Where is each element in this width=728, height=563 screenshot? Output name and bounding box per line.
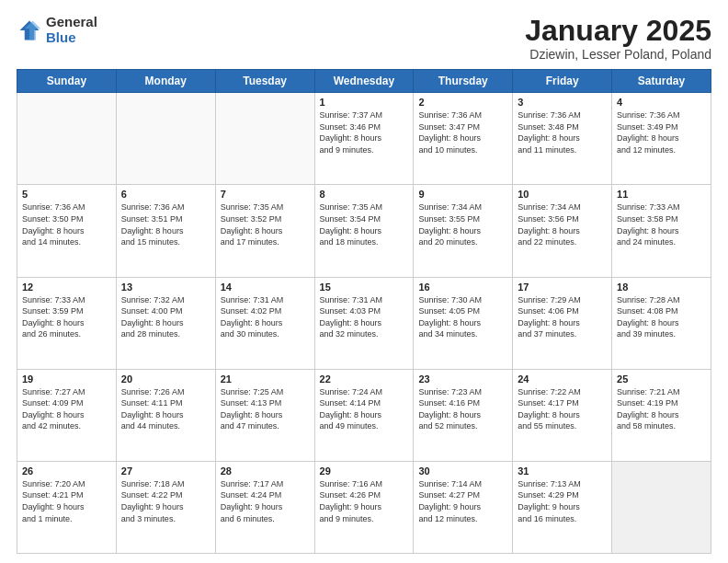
day-info: Sunrise: 7:36 AMSunset: 3:49 PMDaylight:…: [617, 109, 706, 155]
day-cell: 17Sunrise: 7:29 AMSunset: 4:06 PMDayligh…: [513, 277, 612, 369]
day-cell: 27Sunrise: 7:18 AMSunset: 4:22 PMDayligh…: [116, 461, 215, 553]
title-location: Dziewin, Lesser Poland, Poland: [525, 47, 711, 62]
day-number: 13: [121, 282, 210, 293]
week-row-3: 19Sunrise: 7:27 AMSunset: 4:09 PMDayligh…: [17, 369, 711, 461]
day-info: Sunrise: 7:33 AMSunset: 3:58 PMDaylight:…: [617, 201, 706, 247]
day-number: 14: [221, 282, 310, 293]
day-cell: [17, 93, 117, 185]
day-cell: 14Sunrise: 7:31 AMSunset: 4:02 PMDayligh…: [215, 277, 314, 369]
calendar-page: General Blue January 2025 Dziewin, Lesse…: [0, 0, 728, 563]
day-number: 23: [418, 373, 507, 385]
day-cell: [116, 93, 215, 185]
day-number: 3: [518, 97, 607, 108]
day-number: 4: [617, 97, 706, 108]
day-cell: 15Sunrise: 7:31 AMSunset: 4:03 PMDayligh…: [314, 277, 414, 369]
day-cell: 13Sunrise: 7:32 AMSunset: 4:00 PMDayligh…: [116, 277, 215, 369]
day-info: Sunrise: 7:33 AMSunset: 3:59 PMDaylight:…: [22, 294, 111, 340]
day-info: Sunrise: 7:13 AMSunset: 4:29 PMDaylight:…: [518, 478, 607, 524]
day-info: Sunrise: 7:17 AMSunset: 4:24 PMDaylight:…: [221, 478, 310, 524]
header: General Blue January 2025 Dziewin, Lesse…: [17, 15, 711, 62]
day-number: 17: [518, 282, 607, 293]
day-cell: 24Sunrise: 7:22 AMSunset: 4:17 PMDayligh…: [513, 369, 612, 461]
week-row-1: 5Sunrise: 7:36 AMSunset: 3:50 PMDaylight…: [17, 185, 711, 277]
weekday-header-friday: Friday: [513, 70, 612, 93]
day-cell: 19Sunrise: 7:27 AMSunset: 4:09 PMDayligh…: [17, 369, 117, 461]
day-cell: 9Sunrise: 7:34 AMSunset: 3:55 PMDaylight…: [414, 185, 513, 277]
day-number: 5: [22, 189, 111, 200]
day-info: Sunrise: 7:16 AMSunset: 4:26 PMDaylight:…: [320, 478, 409, 524]
day-cell: 28Sunrise: 7:17 AMSunset: 4:24 PMDayligh…: [215, 461, 314, 553]
day-cell: 31Sunrise: 7:13 AMSunset: 4:29 PMDayligh…: [513, 461, 612, 553]
title-block: January 2025 Dziewin, Lesser Poland, Pol…: [525, 15, 711, 62]
day-info: Sunrise: 7:21 AMSunset: 4:19 PMDaylight:…: [617, 386, 706, 432]
day-info: Sunrise: 7:36 AMSunset: 3:47 PMDaylight:…: [418, 109, 507, 155]
weekday-header-sunday: Sunday: [17, 70, 117, 93]
day-number: 11: [617, 189, 706, 200]
day-number: 15: [320, 282, 409, 293]
day-cell: 21Sunrise: 7:25 AMSunset: 4:13 PMDayligh…: [215, 369, 314, 461]
day-cell: 5Sunrise: 7:36 AMSunset: 3:50 PMDaylight…: [17, 185, 117, 277]
day-info: Sunrise: 7:24 AMSunset: 4:14 PMDaylight:…: [320, 386, 409, 432]
day-cell: 23Sunrise: 7:23 AMSunset: 4:16 PMDayligh…: [414, 369, 513, 461]
weekday-header-wednesday: Wednesday: [314, 70, 414, 93]
day-cell: 26Sunrise: 7:20 AMSunset: 4:21 PMDayligh…: [17, 461, 117, 553]
day-number: 31: [518, 465, 607, 477]
day-number: 7: [221, 189, 310, 200]
day-info: Sunrise: 7:36 AMSunset: 3:50 PMDaylight:…: [22, 201, 111, 247]
day-info: Sunrise: 7:34 AMSunset: 3:56 PMDaylight:…: [518, 201, 607, 247]
week-row-4: 26Sunrise: 7:20 AMSunset: 4:21 PMDayligh…: [17, 461, 711, 553]
logo-icon: [17, 17, 42, 43]
day-number: 12: [22, 282, 111, 293]
day-number: 2: [418, 97, 507, 108]
day-cell: 29Sunrise: 7:16 AMSunset: 4:26 PMDayligh…: [314, 461, 414, 553]
day-info: Sunrise: 7:25 AMSunset: 4:13 PMDaylight:…: [221, 386, 310, 432]
day-cell: 10Sunrise: 7:34 AMSunset: 3:56 PMDayligh…: [513, 185, 612, 277]
day-info: Sunrise: 7:32 AMSunset: 4:00 PMDaylight:…: [121, 294, 210, 340]
day-number: 21: [221, 373, 310, 385]
day-info: Sunrise: 7:31 AMSunset: 4:03 PMDaylight:…: [320, 294, 409, 340]
day-number: 1: [320, 97, 409, 108]
day-number: 10: [518, 189, 607, 200]
day-cell: 11Sunrise: 7:33 AMSunset: 3:58 PMDayligh…: [612, 185, 711, 277]
day-number: 6: [121, 189, 210, 200]
title-month: January 2025: [525, 15, 711, 47]
day-number: 19: [22, 373, 111, 385]
weekday-header-saturday: Saturday: [612, 70, 711, 93]
day-cell: 25Sunrise: 7:21 AMSunset: 4:19 PMDayligh…: [612, 369, 711, 461]
day-info: Sunrise: 7:36 AMSunset: 3:51 PMDaylight:…: [121, 201, 210, 247]
day-info: Sunrise: 7:20 AMSunset: 4:21 PMDaylight:…: [22, 478, 111, 524]
day-number: 27: [121, 465, 210, 477]
day-info: Sunrise: 7:28 AMSunset: 4:08 PMDaylight:…: [617, 294, 706, 340]
day-cell: 8Sunrise: 7:35 AMSunset: 3:54 PMDaylight…: [314, 185, 414, 277]
day-cell: 18Sunrise: 7:28 AMSunset: 4:08 PMDayligh…: [612, 277, 711, 369]
day-number: 18: [617, 282, 706, 293]
day-info: Sunrise: 7:35 AMSunset: 3:52 PMDaylight:…: [221, 201, 310, 247]
day-info: Sunrise: 7:27 AMSunset: 4:09 PMDaylight:…: [22, 386, 111, 432]
day-number: 30: [418, 465, 507, 477]
week-row-0: 1Sunrise: 7:37 AMSunset: 3:46 PMDaylight…: [17, 93, 711, 185]
day-cell: [215, 93, 314, 185]
day-cell: [612, 461, 711, 553]
day-cell: 20Sunrise: 7:26 AMSunset: 4:11 PMDayligh…: [116, 369, 215, 461]
day-info: Sunrise: 7:26 AMSunset: 4:11 PMDaylight:…: [121, 386, 210, 432]
day-info: Sunrise: 7:37 AMSunset: 3:46 PMDaylight:…: [320, 109, 409, 155]
day-cell: 7Sunrise: 7:35 AMSunset: 3:52 PMDaylight…: [215, 185, 314, 277]
day-cell: 2Sunrise: 7:36 AMSunset: 3:47 PMDaylight…: [414, 93, 513, 185]
day-cell: 12Sunrise: 7:33 AMSunset: 3:59 PMDayligh…: [17, 277, 117, 369]
day-number: 22: [320, 373, 409, 385]
day-cell: 1Sunrise: 7:37 AMSunset: 3:46 PMDaylight…: [314, 93, 414, 185]
day-info: Sunrise: 7:31 AMSunset: 4:02 PMDaylight:…: [221, 294, 310, 340]
week-row-2: 12Sunrise: 7:33 AMSunset: 3:59 PMDayligh…: [17, 277, 711, 369]
day-cell: 30Sunrise: 7:14 AMSunset: 4:27 PMDayligh…: [414, 461, 513, 553]
day-number: 25: [617, 373, 706, 385]
calendar-table: SundayMondayTuesdayWednesdayThursdayFrid…: [17, 69, 711, 554]
day-number: 16: [418, 282, 507, 293]
day-info: Sunrise: 7:18 AMSunset: 4:22 PMDaylight:…: [121, 478, 210, 524]
day-number: 29: [320, 465, 409, 477]
day-cell: 4Sunrise: 7:36 AMSunset: 3:49 PMDaylight…: [612, 93, 711, 185]
logo: General Blue: [17, 15, 97, 45]
day-info: Sunrise: 7:36 AMSunset: 3:48 PMDaylight:…: [518, 109, 607, 155]
day-cell: 6Sunrise: 7:36 AMSunset: 3:51 PMDaylight…: [116, 185, 215, 277]
weekday-header-row: SundayMondayTuesdayWednesdayThursdayFrid…: [17, 70, 711, 93]
day-info: Sunrise: 7:29 AMSunset: 4:06 PMDaylight:…: [518, 294, 607, 340]
